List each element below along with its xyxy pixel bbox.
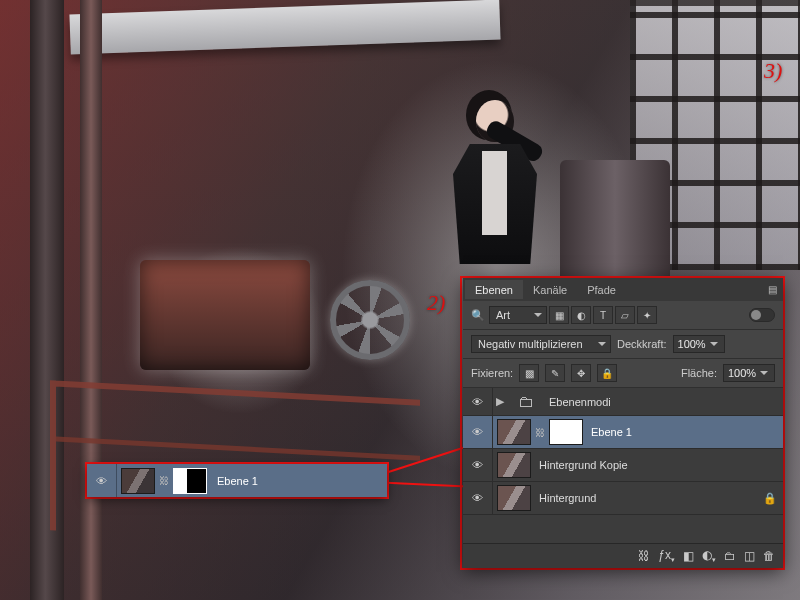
lock-transparency-icon[interactable]: ▩	[519, 364, 539, 382]
layer-thumbnail[interactable]	[497, 419, 531, 445]
panel-footer: ⛓ ƒx▾ ◧ ◐▾ 🗀 ◫ 🗑	[463, 543, 783, 568]
panel-menu-icon[interactable]: ▤	[761, 284, 783, 295]
layers-list: 👁 ▶ 🗀 Ebenenmodi 👁 ⛓ Ebene 1 👁 Hintergru…	[463, 388, 783, 543]
filter-shape-icon[interactable]: ▱	[615, 306, 635, 324]
visibility-toggle[interactable]: 👁	[463, 416, 493, 448]
opacity-label: Deckkraft:	[617, 338, 667, 350]
filter-smart-icon[interactable]: ✦	[637, 306, 657, 324]
adjustment-layer-icon[interactable]: ◐▾	[702, 548, 716, 564]
filter-toggle[interactable]	[749, 308, 775, 322]
lock-all-icon[interactable]: 🔒	[597, 364, 617, 382]
fill-field[interactable]: 100%	[723, 364, 775, 382]
layer-name: Ebene 1	[217, 475, 258, 487]
layers-panel: Ebenen Kanäle Pfade ▤ 🔍 Art ▦ ◐ T ▱ ✦ Ne…	[463, 278, 783, 568]
fx-icon[interactable]: ƒx▾	[658, 548, 675, 564]
tab-layers[interactable]: Ebenen	[465, 280, 523, 299]
panel-tabs: Ebenen Kanäle Pfade ▤	[463, 278, 783, 301]
mask-link-icon[interactable]: ⛓	[159, 475, 169, 486]
layer-filter-row: 🔍 Art ▦ ◐ T ▱ ✦	[463, 301, 783, 330]
visibility-toggle[interactable]: 👁	[463, 388, 493, 415]
filter-pixel-icon[interactable]: ▦	[549, 306, 569, 324]
visibility-toggle[interactable]: 👁	[463, 449, 493, 481]
mask-link-icon[interactable]: ⛓	[535, 427, 545, 438]
filter-type-value: Art	[496, 309, 510, 321]
layer-row-ebene1[interactable]: 👁 ⛓ Ebene 1	[463, 416, 783, 449]
layer-row-bgcopy[interactable]: 👁 Hintergrund Kopie	[463, 449, 783, 482]
valve-wheel	[330, 280, 410, 360]
lock-row: Fixieren: ▩ ✎ ✥ 🔒 Fläche: 100%	[463, 359, 783, 388]
blend-mode-select[interactable]: Negativ multiplizieren	[471, 335, 611, 353]
visibility-toggle[interactable]: 👁	[463, 482, 493, 514]
layer-name: Ebene 1	[591, 426, 632, 438]
blend-row: Negativ multiplizieren Deckkraft: 100%	[463, 330, 783, 359]
mask-thumbnail[interactable]	[549, 419, 583, 445]
filter-type-icon[interactable]: T	[593, 306, 613, 324]
drum	[560, 160, 670, 290]
fill-value: 100%	[728, 367, 756, 379]
machinery	[140, 260, 310, 370]
lock-paint-icon[interactable]: ✎	[545, 364, 565, 382]
lock-position-icon[interactable]: ✥	[571, 364, 591, 382]
float-layer-row[interactable]: 👁 ⛓ Ebene 1	[87, 464, 387, 497]
lock-icon: 🔒	[763, 492, 777, 505]
tab-paths[interactable]: Pfade	[577, 280, 626, 299]
tab-channels[interactable]: Kanäle	[523, 280, 577, 299]
new-group-icon[interactable]: 🗀	[724, 549, 736, 563]
folder-icon: 🗀	[511, 392, 541, 412]
opacity-value: 100%	[678, 338, 706, 350]
filter-adjust-icon[interactable]: ◐	[571, 306, 591, 324]
add-mask-icon[interactable]: ◧	[683, 549, 694, 563]
layer-name: Hintergrund Kopie	[539, 459, 628, 471]
lock-label: Fixieren:	[471, 367, 513, 379]
mask-thumbnail[interactable]	[173, 468, 207, 494]
layer-thumbnail[interactable]	[497, 452, 531, 478]
link-layers-icon[interactable]: ⛓	[638, 549, 650, 563]
fill-label: Fläche:	[681, 367, 717, 379]
blend-mode-value: Negativ multiplizieren	[478, 338, 583, 350]
new-layer-icon[interactable]: ◫	[744, 549, 755, 563]
opacity-field[interactable]: 100%	[673, 335, 725, 353]
search-icon: 🔍	[471, 309, 485, 322]
delete-layer-icon[interactable]: 🗑	[763, 549, 775, 563]
layer-name: Hintergrund	[539, 492, 596, 504]
layer-name: Ebenenmodi	[549, 396, 611, 408]
layer-row-background[interactable]: 👁 Hintergrund 🔒	[463, 482, 783, 515]
disclosure-icon[interactable]: ▶	[493, 395, 507, 408]
visibility-toggle[interactable]: 👁	[87, 464, 117, 497]
layer-thumbnail[interactable]	[121, 468, 155, 494]
filter-type-select[interactable]: Art	[489, 306, 547, 324]
layer-thumbnail[interactable]	[497, 485, 531, 511]
layer-group-row[interactable]: 👁 ▶ 🗀 Ebenenmodi	[463, 388, 783, 416]
